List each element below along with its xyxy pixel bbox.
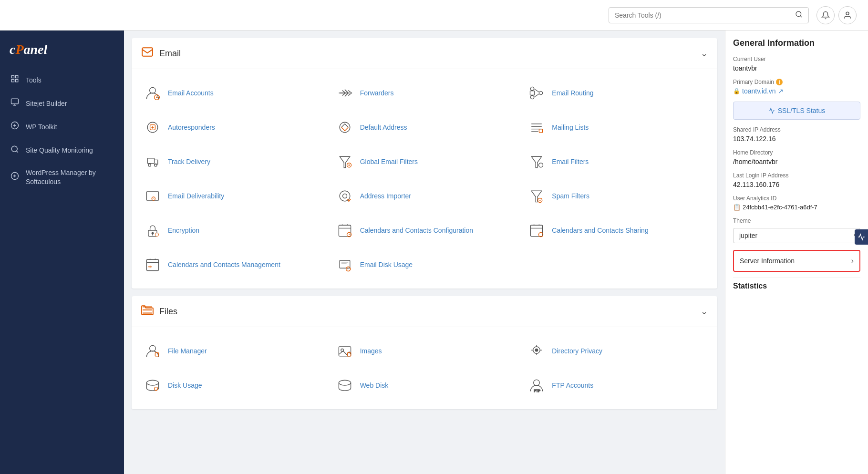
cal-contacts-mgmt-label: Calendars and Contacts Management — [168, 260, 280, 269]
copy-icon: 📋 — [733, 204, 741, 211]
tool-global-email-filters[interactable]: Global Email Filters — [330, 145, 520, 178]
email-tools-grid: Email Accounts Forwarders Email Routing — [132, 69, 717, 289]
tool-email-disk-usage[interactable]: Email Disk Usage — [330, 248, 520, 281]
svg-point-0 — [796, 11, 801, 17]
cal-contacts-sharing-label: Calendars and Contacts Sharing — [552, 226, 648, 235]
cal-contacts-mgmt-icon — [143, 255, 162, 274]
tools-icon — [10, 74, 20, 86]
files-section-header: Files ⌄ — [132, 296, 717, 327]
tool-email-accounts[interactable]: Email Accounts — [137, 77, 328, 109]
tool-address-importer[interactable]: Address Importer — [330, 180, 520, 212]
last-login-label: Last Login IP Address — [733, 172, 860, 179]
analytics-tab[interactable] — [855, 229, 868, 245]
tool-disk-usage[interactable]: Disk Usage — [137, 369, 328, 402]
user-button[interactable] — [838, 6, 857, 24]
chevron-right-icon: › — [851, 257, 854, 265]
images-icon — [335, 341, 354, 361]
tool-email-filters[interactable]: Email Filters — [521, 145, 712, 178]
tool-ftp-accounts[interactable]: FTP FTP Accounts — [521, 369, 712, 402]
svg-rect-20 — [530, 91, 535, 95]
files-tools-grid: File Manager Images Directory Privacy — [132, 327, 717, 409]
svg-point-71 — [339, 380, 351, 385]
tool-file-manager[interactable]: File Manager — [137, 335, 328, 367]
ssl-tls-status-button[interactable]: SSL/TLS Status — [733, 102, 860, 120]
tool-directory-privacy[interactable]: Directory Privacy — [521, 335, 712, 367]
file-manager-label: File Manager — [168, 347, 207, 355]
ssl-btn-label: SSL/TLS Status — [778, 107, 826, 114]
tool-images[interactable]: Images — [330, 335, 520, 367]
search-container[interactable] — [609, 7, 809, 23]
email-section: Email ⌄ Email Accounts Forwarder — [132, 38, 717, 289]
disk-usage-label: Disk Usage — [168, 381, 202, 390]
svg-point-69 — [146, 380, 158, 385]
svg-rect-12 — [142, 48, 153, 56]
email-deliverability-label: Email Deliverability — [168, 192, 224, 200]
tool-forwarders[interactable]: Forwarders — [330, 77, 520, 109]
last-login-value: 42.113.160.176 — [733, 181, 860, 188]
directory-privacy-icon — [527, 341, 546, 361]
topbar — [0, 0, 868, 31]
sidebar-item-wpmanager[interactable]: WordPress Manager by Softaculous — [0, 163, 124, 193]
ftp-accounts-icon: FTP — [527, 376, 546, 395]
svg-rect-5 — [16, 80, 18, 82]
tool-cal-contacts-sharing[interactable]: Calendars and Contacts Sharing — [521, 214, 712, 247]
tool-default-address[interactable]: Default Address — [330, 111, 520, 144]
server-information-row[interactable]: Server Information › — [733, 250, 860, 272]
files-collapse-button[interactable]: ⌄ — [701, 306, 708, 317]
logo-text: cPanel — [10, 42, 114, 57]
primary-domain-label: Primary Domain i — [733, 79, 860, 85]
tool-spam-filters[interactable]: Spam Filters — [521, 180, 712, 212]
shared-ip-field: Shared IP Address 103.74.122.16 — [733, 126, 860, 143]
analytics-id-field: User Analytics ID 📋 24fcbb41-e2fc-4761-a… — [733, 195, 860, 211]
svg-rect-7 — [11, 99, 19, 104]
shared-ip-label: Shared IP Address — [733, 126, 860, 133]
sidebar-item-wptoolkit-label: WP Toolkit — [26, 123, 57, 132]
tool-cal-contacts-config[interactable]: Calendars and Contacts Configuration — [330, 214, 520, 247]
sidebar-item-wptoolkit[interactable]: WP Toolkit — [0, 115, 124, 139]
encryption-label: Encryption — [168, 226, 199, 235]
home-dir-value: /home/toantvbr — [733, 158, 860, 165]
svg-point-18 — [531, 95, 534, 99]
svg-marker-34 — [532, 156, 542, 167]
autoresponders-label: Autoresponders — [168, 123, 215, 132]
svg-rect-56 — [146, 259, 158, 270]
autoresponders-icon — [143, 118, 162, 137]
search-input[interactable] — [615, 11, 795, 19]
notifications-button[interactable] — [816, 6, 835, 24]
tool-track-delivery[interactable]: Track Delivery — [137, 145, 328, 178]
tool-web-disk[interactable]: Web Disk — [330, 369, 520, 402]
sidebar-item-sitequality-label: Site Quality Monitoring — [26, 146, 93, 155]
tool-encryption[interactable]: Encryption — [137, 214, 328, 247]
svg-point-39 — [342, 194, 347, 198]
encryption-icon — [143, 221, 162, 240]
svg-text:FTP: FTP — [534, 389, 541, 393]
svg-point-2 — [846, 12, 849, 15]
sidebar-item-sitejet[interactable]: Sitejet Builder — [0, 92, 124, 115]
email-disk-usage-label: Email Disk Usage — [360, 260, 413, 269]
tool-email-routing[interactable]: Email Routing — [521, 77, 712, 109]
theme-select[interactable]: jupiter — [733, 228, 860, 243]
tool-autoresponders[interactable]: Autoresponders — [137, 111, 328, 144]
primary-domain-info-icon: i — [776, 79, 783, 85]
primary-domain-value[interactable]: 🔒 toantv.id.vn ↗ — [733, 87, 860, 95]
sidebar-item-tools[interactable]: Tools — [0, 69, 124, 92]
email-collapse-button[interactable]: ⌄ — [701, 48, 708, 59]
svg-point-35 — [539, 163, 543, 167]
svg-point-30 — [148, 164, 151, 166]
files-section-icon — [141, 304, 154, 319]
tool-cal-contacts-mgmt[interactable]: Calendars and Contacts Management — [137, 248, 328, 281]
svg-point-17 — [531, 87, 534, 90]
home-dir-field: Home Directory /home/toantvbr — [733, 149, 860, 165]
svg-line-10 — [16, 151, 18, 152]
tool-email-deliverability[interactable]: Email Deliverability — [137, 180, 328, 212]
sidebar: cPanel Tools Sitejet Builder WP Toolkit … — [0, 31, 124, 474]
tool-mailing-lists[interactable]: Mailing Lists — [521, 111, 712, 144]
general-info-title: General Information — [733, 38, 860, 48]
directory-privacy-label: Directory Privacy — [552, 347, 602, 355]
sidebar-item-sitequality[interactable]: Site Quality Monitoring — [0, 139, 124, 163]
file-manager-icon — [143, 341, 162, 361]
cal-contacts-config-label: Calendars and Contacts Configuration — [360, 226, 473, 235]
spam-filters-icon — [527, 186, 546, 206]
email-section-header: Email ⌄ — [132, 38, 717, 69]
search-button[interactable] — [795, 10, 803, 20]
